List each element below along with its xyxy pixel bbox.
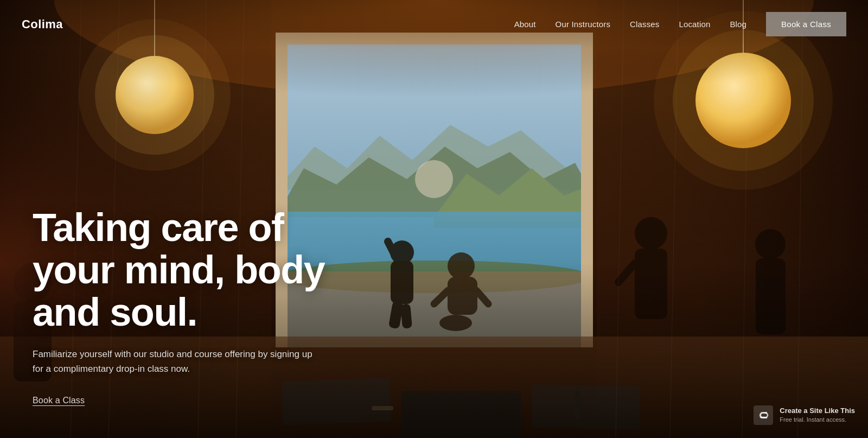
- nav-link-blog[interactable]: Blog: [730, 20, 746, 29]
- nav-item-blog[interactable]: Blog: [730, 20, 746, 29]
- nav-links: About Our Instructors Classes Location B…: [514, 20, 746, 29]
- badge-title: Create a Site Like This: [780, 407, 855, 416]
- nav-link-classes[interactable]: Classes: [630, 20, 659, 29]
- svg-rect-60: [575, 391, 580, 418]
- hero-book-link[interactable]: Book a Class: [33, 396, 85, 405]
- hero-title: Taking care of your mind, body and soul.: [33, 207, 369, 333]
- hero-section: Colima About Our Instructors Classes Loc…: [0, 0, 868, 438]
- nav-item-location[interactable]: Location: [679, 20, 710, 29]
- hero-content: Taking care of your mind, body and soul.…: [33, 207, 369, 405]
- nav-link-location[interactable]: Location: [679, 20, 710, 29]
- nav-link-instructors[interactable]: Our Instructors: [556, 20, 610, 29]
- site-logo[interactable]: Colima: [22, 17, 63, 31]
- nav-item-instructors[interactable]: Our Instructors: [556, 20, 610, 29]
- nav-link-about[interactable]: About: [514, 20, 536, 29]
- squarespace-badge[interactable]: Create a Site Like This Free trial. Inst…: [754, 405, 855, 425]
- nav-item-about[interactable]: About: [514, 20, 536, 29]
- svg-rect-62: [754, 405, 773, 425]
- badge-subtitle: Free trial. Instant access.: [780, 416, 855, 424]
- navbar: Colima About Our Instructors Classes Loc…: [0, 0, 868, 48]
- svg-rect-61: [372, 406, 393, 410]
- badge-text: Create a Site Like This Free trial. Inst…: [780, 407, 855, 424]
- nav-book-button[interactable]: Book a Class: [766, 12, 846, 36]
- hero-subtitle: Familiarize yourself with our studio and…: [33, 347, 315, 376]
- squarespace-icon: [754, 405, 773, 425]
- nav-item-classes[interactable]: Classes: [630, 20, 659, 29]
